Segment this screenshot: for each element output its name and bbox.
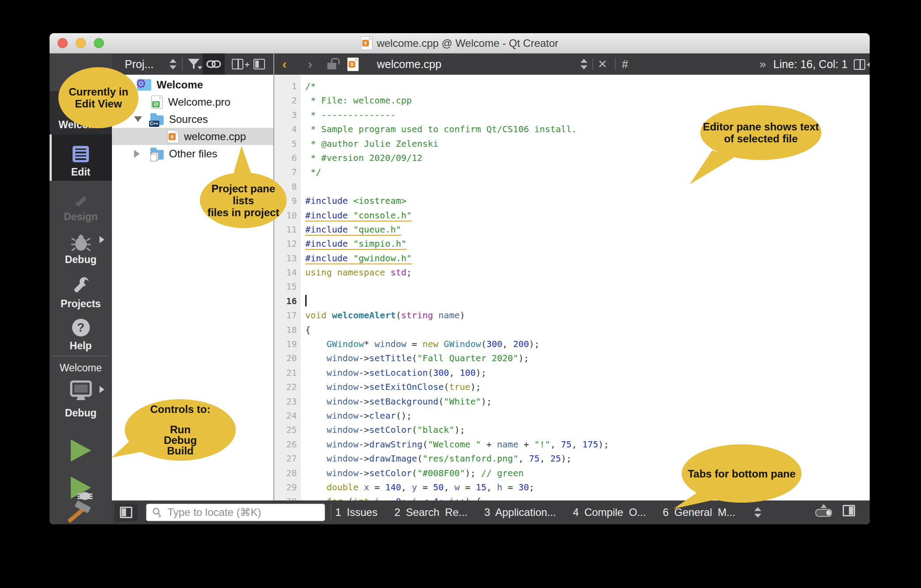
- split-pane-icon[interactable]: [232, 59, 243, 69]
- line-number: 5: [274, 137, 301, 151]
- locator-input[interactable]: [166, 506, 319, 519]
- callout-controls-items: RunDebugBuild: [164, 424, 197, 456]
- run-button[interactable]: [71, 439, 91, 462]
- close-pane-icon[interactable]: [253, 59, 265, 69]
- code-line-8[interactable]: [305, 179, 870, 194]
- edit-mode-icon: [73, 146, 89, 162]
- mode-debug-label[interactable]: Debug: [50, 254, 112, 266]
- code-line-15[interactable]: [305, 279, 870, 294]
- code-line-10[interactable]: #include "console.h": [305, 208, 870, 222]
- output-tab-4-compile-o-[interactable]: 4 Compile O...: [573, 506, 646, 519]
- text-cursor: [305, 295, 307, 306]
- line-number: 6: [274, 151, 301, 165]
- line-number: 3: [274, 108, 301, 122]
- callout-bottom-tabs: Tabs for bottom pane: [682, 444, 802, 503]
- code-line-9[interactable]: #include <iostream>: [305, 194, 870, 208]
- document-selector-spinner-icon[interactable]: [580, 58, 587, 70]
- debug-mode-menu-arrow[interactable]: [100, 236, 104, 243]
- output-tab-2-search-re-[interactable]: 2 Search Re...: [394, 506, 467, 519]
- status-bar: 1 Issues2 Search Re...3 Application...4 …: [112, 500, 870, 524]
- kit-target-label: Debug: [50, 407, 112, 419]
- mode-projects-label[interactable]: Projects: [50, 298, 112, 310]
- projects-mode-icon[interactable]: [50, 275, 112, 298]
- line-number: 28: [274, 466, 301, 480]
- code-line-26[interactable]: window->drawString("Welcome " + name + "…: [305, 437, 870, 451]
- mode-help-label[interactable]: Help: [50, 340, 112, 352]
- kit-name-label: Welcome: [50, 362, 112, 374]
- line-number: 29: [274, 480, 301, 494]
- line-number: 27: [274, 451, 301, 466]
- code-line-22[interactable]: window->setExitOnClose(true);: [305, 380, 870, 394]
- code-line-2[interactable]: * File: welcome.cpp: [305, 93, 870, 107]
- line-number: 1: [274, 79, 301, 93]
- cpp-file-icon: s: [361, 36, 372, 50]
- project-gear-icon: ⚙: [137, 79, 151, 91]
- line-number: 19: [274, 337, 301, 351]
- code-line-14[interactable]: using namespace std;: [305, 265, 870, 279]
- line-number: 7: [274, 165, 301, 179]
- code-line-21[interactable]: window->setLocation(300, 100);: [305, 366, 870, 380]
- zoom-window-button[interactable]: [94, 38, 104, 48]
- code-line-7[interactable]: */: [305, 165, 870, 179]
- output-tab-1-issues[interactable]: 1 Issues: [335, 506, 377, 519]
- code-line-13[interactable]: #include "gwindow.h": [305, 251, 870, 265]
- code-line-19[interactable]: GWindow* window = new GWindow(300, 200);: [305, 337, 870, 351]
- left-panel-icon: [120, 507, 132, 518]
- build-progress-icon[interactable]: [815, 509, 832, 517]
- code-line-16[interactable]: [305, 294, 870, 308]
- synchronize-with-editor-button[interactable]: [203, 53, 225, 75]
- line-number: 14: [274, 265, 301, 279]
- line-number: 16: [274, 294, 301, 308]
- title-bar[interactable]: s welcome.cpp @ Welcome - Qt Creator: [50, 33, 870, 53]
- design-mode-icon[interactable]: [50, 190, 112, 211]
- line-column-indicator[interactable]: Line: 16, Col: 1: [773, 53, 848, 75]
- line-number-gutter: 1234567891011121314151617181920212223242…: [274, 75, 301, 524]
- callout-edit-view: Currently in Edit View: [58, 67, 138, 128]
- close-window-button[interactable]: [58, 38, 68, 48]
- other-folder-icon: [150, 150, 164, 160]
- expand-icon[interactable]: [134, 150, 140, 158]
- project-pane-selector[interactable]: Proj...: [125, 58, 154, 71]
- line-number: 15: [274, 279, 301, 294]
- code-line-17[interactable]: void welcomeAlert(string name): [305, 308, 870, 322]
- mode-edit[interactable]: Edit: [50, 134, 112, 181]
- line-number: 2: [274, 93, 301, 107]
- code-line-23[interactable]: window->setBackground("White");: [305, 394, 870, 409]
- go-back-icon[interactable]: ‹: [282, 53, 287, 75]
- debug-run-bug-icon: [80, 492, 90, 500]
- collapse-icon[interactable]: [134, 116, 142, 122]
- code-line-20[interactable]: window->setTitle("Fall Quarter 2020");: [305, 351, 870, 365]
- tree-item-sources[interactable]: C++Sources: [112, 111, 273, 128]
- toolbar-overflow-icon[interactable]: »: [760, 53, 766, 75]
- output-pane-spinner-icon[interactable]: [754, 507, 761, 518]
- split-editor-icon[interactable]: [854, 59, 865, 70]
- symbol-selector[interactable]: #: [622, 53, 628, 75]
- link-icon: [206, 60, 221, 68]
- cpp-file-icon: s: [167, 130, 179, 143]
- output-tab-3-application-[interactable]: 3 Application...: [484, 506, 556, 519]
- code-line-12[interactable]: #include "simpio.h": [305, 237, 870, 251]
- tree-item-other-files[interactable]: Other files: [112, 145, 273, 162]
- code-line-18[interactable]: {: [305, 323, 870, 337]
- kit-selector-menu-arrow[interactable]: [100, 386, 104, 393]
- close-document-icon[interactable]: ✕: [598, 53, 607, 75]
- toggle-right-sidebar-button[interactable]: [843, 505, 855, 516]
- pane-selector-spinner-icon[interactable]: [169, 58, 177, 70]
- cpp-folder-icon: C++: [150, 115, 164, 125]
- output-tab-6-general-m-[interactable]: 6 General M...: [663, 506, 735, 519]
- minimize-window-button[interactable]: [76, 38, 86, 48]
- toggle-left-sidebar-button[interactable]: [115, 503, 138, 522]
- go-forward-icon[interactable]: ›: [308, 53, 312, 75]
- search-icon: [152, 507, 162, 518]
- filter-icon[interactable]: [188, 59, 200, 69]
- open-document-selector[interactable]: welcome.cpp: [377, 53, 441, 75]
- code-line-24[interactable]: window->clear();: [305, 409, 870, 423]
- help-mode-icon[interactable]: ?: [50, 319, 112, 336]
- mode-design-label[interactable]: Design: [50, 211, 112, 223]
- locator-box[interactable]: [146, 504, 325, 521]
- code-line-25[interactable]: window->setColor("black");: [305, 423, 870, 437]
- tree-item-welcome-cpp[interactable]: swelcome.cpp: [112, 128, 273, 145]
- sidebar-separator: [53, 355, 108, 356]
- code-line-11[interactable]: #include "queue.h": [305, 222, 870, 237]
- code-line-1[interactable]: /*: [305, 79, 870, 93]
